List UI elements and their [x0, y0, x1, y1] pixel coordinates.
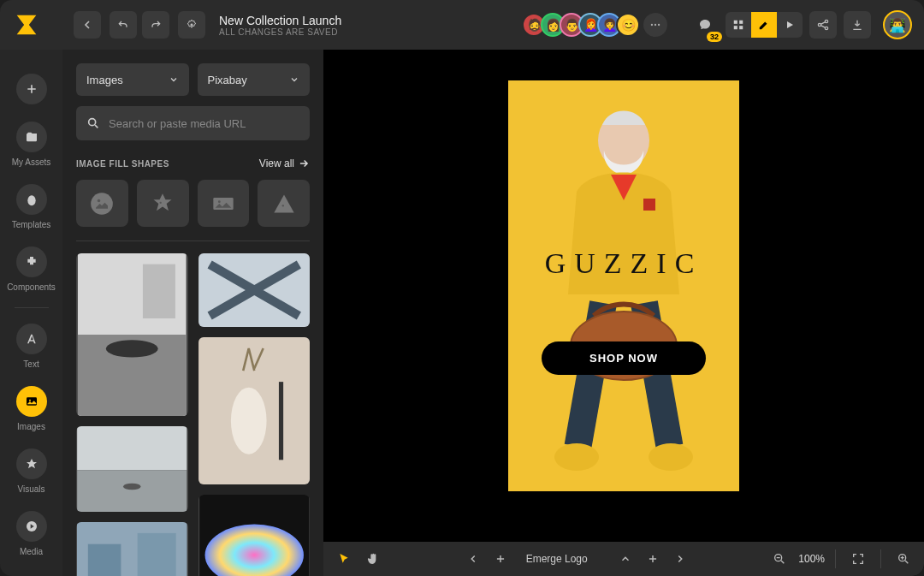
pointer-tool[interactable] — [332, 547, 356, 571]
shapes-heading: IMAGE FILL SHAPES — [76, 159, 169, 169]
rail-components[interactable]: Components — [6, 240, 57, 299]
project-title: New Collection Launch — [219, 14, 341, 27]
svg-rect-35 — [278, 382, 282, 460]
search-box[interactable] — [76, 106, 310, 140]
svg-point-1 — [651, 24, 653, 26]
shape-star[interactable] — [137, 180, 189, 227]
grid-mode-button[interactable] — [726, 12, 751, 38]
artboard[interactable]: GUZZIC SHOP NOW — [508, 80, 739, 491]
rail-images[interactable]: Images — [6, 379, 57, 438]
svg-point-16 — [92, 193, 114, 215]
settings-button[interactable] — [178, 11, 205, 39]
svg-point-3 — [658, 24, 660, 26]
shape-circle[interactable] — [76, 180, 128, 227]
zoom-out[interactable] — [767, 547, 791, 571]
bottombar: Emerge Logo 100% — [323, 542, 924, 576]
mode-toggle — [726, 12, 803, 38]
source-dropdown[interactable]: Pixabay — [198, 63, 311, 96]
svg-point-44 — [649, 443, 693, 471]
svg-point-11 — [27, 195, 35, 205]
next-layer[interactable] — [668, 547, 692, 571]
svg-point-24 — [106, 341, 158, 358]
svg-point-17 — [98, 199, 101, 202]
stock-image[interactable] — [198, 337, 311, 484]
avatar[interactable]: 😊 — [616, 13, 640, 37]
download-button[interactable] — [844, 11, 871, 39]
stock-image[interactable] — [76, 253, 188, 416]
svg-point-21 — [281, 205, 283, 206]
stock-image[interactable] — [198, 253, 311, 327]
layer-up[interactable] — [613, 547, 637, 571]
svg-rect-27 — [77, 471, 187, 513]
svg-rect-40 — [643, 199, 655, 211]
add-right[interactable] — [641, 547, 665, 571]
user-avatar[interactable]: 👨‍💻 — [883, 10, 912, 39]
svg-rect-25 — [143, 264, 175, 318]
app-logo — [12, 10, 41, 39]
canvas-viewport[interactable]: GUZZIC SHOP NOW magda.w.. dany.paul — [323, 50, 924, 542]
svg-point-34 — [230, 388, 266, 454]
comments-badge: 32 — [707, 32, 722, 42]
redo-button[interactable] — [142, 11, 169, 39]
svg-rect-31 — [138, 533, 176, 576]
play-mode-button[interactable] — [777, 12, 803, 38]
svg-rect-30 — [88, 544, 121, 576]
canvas-area: GUZZIC SHOP NOW magda.w.. dany.paul Emer… — [323, 50, 924, 576]
stock-image[interactable] — [76, 522, 188, 576]
left-rail: My Assets Templates Components Text Imag… — [0, 50, 62, 576]
rail-add[interactable] — [6, 67, 57, 111]
zoom-in[interactable] — [891, 547, 915, 571]
layer-name[interactable]: Emerge Logo — [516, 547, 610, 571]
svg-rect-26 — [77, 426, 187, 470]
svg-rect-7 — [739, 26, 743, 29]
project-info: New Collection Launch ALL CHANGES ARE SA… — [219, 14, 341, 37]
svg-point-28 — [123, 484, 141, 490]
topbar: New Collection Launch ALL CHANGES ARE SA… — [0, 0, 924, 50]
rail-text[interactable]: Text — [6, 317, 57, 376]
images-panel: Images Pixabay IMAGE FILL SHAPES View al… — [62, 50, 323, 576]
back-button[interactable] — [74, 11, 101, 39]
chevron-down-icon — [169, 74, 179, 85]
undo-button[interactable] — [110, 11, 137, 39]
svg-rect-4 — [734, 21, 737, 24]
stock-image[interactable] — [76, 426, 188, 512]
stock-image[interactable] — [198, 495, 311, 576]
search-input[interactable] — [109, 117, 299, 130]
collaborator-avatars[interactable]: 🧔 👩 👨 👩‍🦰 👩‍🦱 😊 — [527, 13, 667, 37]
svg-point-43 — [554, 443, 599, 471]
svg-point-2 — [654, 24, 656, 26]
shape-triangle[interactable] — [258, 180, 310, 227]
share-button[interactable] — [809, 11, 837, 39]
more-avatars[interactable] — [643, 13, 667, 37]
arrow-right-icon — [298, 157, 310, 169]
cta-button[interactable]: SHOP NOW — [542, 341, 706, 375]
chevron-down-icon — [289, 74, 299, 85]
svg-point-15 — [89, 119, 96, 126]
category-dropdown[interactable]: Images — [76, 63, 189, 96]
comments-button[interactable]: 32 — [691, 11, 719, 39]
zoom-level[interactable]: 100% — [798, 553, 825, 565]
svg-point-20 — [218, 200, 221, 203]
hand-tool[interactable] — [361, 547, 385, 571]
svg-point-18 — [160, 201, 162, 203]
search-icon — [86, 116, 100, 130]
svg-point-13 — [29, 400, 31, 401]
svg-rect-5 — [739, 21, 743, 24]
fit-screen[interactable] — [846, 547, 870, 571]
rail-templates[interactable]: Templates — [6, 177, 57, 236]
rail-media[interactable]: Media — [6, 504, 57, 563]
svg-rect-6 — [734, 26, 737, 29]
brand-text[interactable]: GUZZIC — [545, 247, 703, 280]
prev-layer[interactable] — [461, 547, 485, 571]
rail-visuals[interactable]: Visuals — [6, 442, 57, 501]
edit-mode-button[interactable] — [751, 12, 777, 38]
add-left[interactable] — [489, 547, 512, 571]
svg-rect-19 — [213, 198, 233, 210]
rail-my-assets[interactable]: My Assets — [6, 115, 57, 174]
shape-rect[interactable] — [198, 180, 250, 227]
view-all-link[interactable]: View all — [259, 157, 310, 169]
save-status: ALL CHANGES ARE SAVED — [219, 27, 341, 37]
